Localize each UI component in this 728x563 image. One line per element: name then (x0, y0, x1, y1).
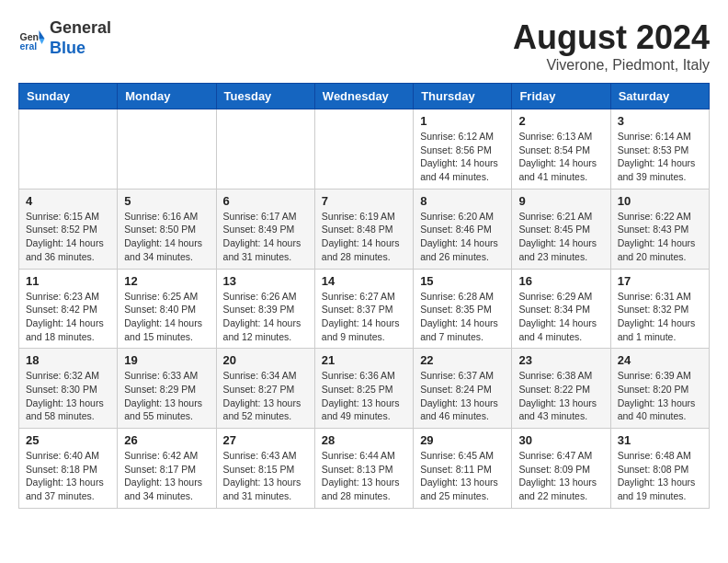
day-info: Sunrise: 6:34 AM Sunset: 8:27 PM Dayligh… (223, 369, 308, 423)
day-number: 27 (223, 433, 308, 447)
calendar-cell (19, 109, 118, 190)
calendar-cell: 9Sunrise: 6:21 AM Sunset: 8:45 PM Daylig… (512, 189, 610, 269)
day-number: 17 (618, 274, 702, 288)
day-number: 3 (618, 114, 702, 128)
day-number: 9 (518, 194, 603, 208)
day-number: 26 (124, 433, 209, 447)
day-info: Sunrise: 6:44 AM Sunset: 8:13 PM Dayligh… (322, 449, 406, 503)
day-info: Sunrise: 6:31 AM Sunset: 8:32 PM Dayligh… (618, 290, 702, 344)
logo-icon: Gen eral (18, 25, 46, 52)
calendar-cell (216, 109, 314, 190)
day-number: 6 (223, 194, 308, 208)
page-header: Gen eral General Blue August 2024 Vivero… (18, 18, 710, 74)
day-number: 5 (124, 194, 209, 208)
calendar-cell: 16Sunrise: 6:29 AM Sunset: 8:34 PM Dayli… (512, 269, 610, 349)
day-info: Sunrise: 6:43 AM Sunset: 8:15 PM Dayligh… (223, 449, 308, 503)
calendar-week-row: 4Sunrise: 6:15 AM Sunset: 8:52 PM Daylig… (19, 189, 710, 269)
svg-marker-2 (40, 30, 45, 39)
day-number: 28 (322, 433, 406, 447)
calendar-cell: 6Sunrise: 6:17 AM Sunset: 8:49 PM Daylig… (216, 189, 314, 269)
weekday-header: Saturday (610, 84, 709, 109)
day-number: 21 (322, 353, 406, 367)
calendar-cell: 15Sunrise: 6:28 AM Sunset: 8:35 PM Dayli… (414, 269, 512, 349)
day-info: Sunrise: 6:36 AM Sunset: 8:25 PM Dayligh… (322, 369, 406, 423)
calendar-cell: 8Sunrise: 6:20 AM Sunset: 8:46 PM Daylig… (414, 189, 512, 269)
calendar-cell: 10Sunrise: 6:22 AM Sunset: 8:43 PM Dayli… (610, 189, 709, 269)
title-block: August 2024 Viverone, Piedmont, Italy (513, 18, 710, 74)
day-info: Sunrise: 6:21 AM Sunset: 8:45 PM Dayligh… (518, 210, 603, 264)
calendar-body: 1Sunrise: 6:12 AM Sunset: 8:56 PM Daylig… (19, 109, 710, 509)
calendar-cell: 3Sunrise: 6:14 AM Sunset: 8:53 PM Daylig… (610, 109, 709, 190)
day-info: Sunrise: 6:32 AM Sunset: 8:30 PM Dayligh… (26, 369, 110, 423)
day-number: 1 (420, 114, 505, 128)
calendar-cell: 23Sunrise: 6:38 AM Sunset: 8:22 PM Dayli… (512, 349, 610, 429)
day-number: 18 (26, 353, 110, 367)
day-number: 20 (223, 353, 308, 367)
calendar-cell: 29Sunrise: 6:45 AM Sunset: 8:11 PM Dayli… (414, 429, 512, 509)
calendar-table: SundayMondayTuesdayWednesdayThursdayFrid… (18, 83, 710, 509)
day-info: Sunrise: 6:37 AM Sunset: 8:24 PM Dayligh… (420, 369, 505, 423)
weekday-row: SundayMondayTuesdayWednesdayThursdayFrid… (19, 84, 710, 109)
weekday-header: Sunday (19, 84, 118, 109)
day-number: 14 (322, 274, 406, 288)
calendar-cell: 28Sunrise: 6:44 AM Sunset: 8:13 PM Dayli… (314, 429, 413, 509)
calendar-cell: 24Sunrise: 6:39 AM Sunset: 8:20 PM Dayli… (610, 349, 709, 429)
calendar-cell: 13Sunrise: 6:26 AM Sunset: 8:39 PM Dayli… (216, 269, 314, 349)
day-number: 24 (618, 353, 702, 367)
day-info: Sunrise: 6:33 AM Sunset: 8:29 PM Dayligh… (124, 369, 209, 423)
logo: Gen eral General Blue (18, 18, 111, 58)
day-number: 25 (26, 433, 110, 447)
month-title: August 2024 (513, 18, 710, 57)
day-info: Sunrise: 6:45 AM Sunset: 8:11 PM Dayligh… (420, 449, 505, 503)
day-number: 23 (518, 353, 603, 367)
day-number: 12 (124, 274, 209, 288)
day-number: 30 (518, 433, 603, 447)
calendar-week-row: 25Sunrise: 6:40 AM Sunset: 8:18 PM Dayli… (19, 429, 710, 509)
weekday-header: Friday (512, 84, 610, 109)
day-number: 2 (518, 114, 603, 128)
calendar-cell: 5Sunrise: 6:16 AM Sunset: 8:50 PM Daylig… (118, 189, 216, 269)
calendar-cell: 4Sunrise: 6:15 AM Sunset: 8:52 PM Daylig… (19, 189, 118, 269)
calendar-cell (314, 109, 413, 190)
day-number: 22 (420, 353, 505, 367)
day-info: Sunrise: 6:29 AM Sunset: 8:34 PM Dayligh… (518, 290, 603, 344)
day-info: Sunrise: 6:40 AM Sunset: 8:18 PM Dayligh… (26, 449, 110, 503)
day-info: Sunrise: 6:28 AM Sunset: 8:35 PM Dayligh… (420, 290, 505, 344)
calendar-cell: 1Sunrise: 6:12 AM Sunset: 8:56 PM Daylig… (414, 109, 512, 190)
day-info: Sunrise: 6:19 AM Sunset: 8:48 PM Dayligh… (322, 210, 406, 264)
calendar-cell: 18Sunrise: 6:32 AM Sunset: 8:30 PM Dayli… (19, 349, 118, 429)
weekday-header: Thursday (414, 84, 512, 109)
calendar-week-row: 1Sunrise: 6:12 AM Sunset: 8:56 PM Daylig… (19, 109, 710, 190)
calendar-cell: 2Sunrise: 6:13 AM Sunset: 8:54 PM Daylig… (512, 109, 610, 190)
calendar-cell: 19Sunrise: 6:33 AM Sunset: 8:29 PM Dayli… (118, 349, 216, 429)
calendar-cell: 12Sunrise: 6:25 AM Sunset: 8:40 PM Dayli… (118, 269, 216, 349)
day-info: Sunrise: 6:27 AM Sunset: 8:37 PM Dayligh… (322, 290, 406, 344)
calendar-cell: 26Sunrise: 6:42 AM Sunset: 8:17 PM Dayli… (118, 429, 216, 509)
day-number: 4 (26, 194, 110, 208)
svg-text:eral: eral (20, 40, 38, 52)
day-info: Sunrise: 6:12 AM Sunset: 8:56 PM Dayligh… (420, 130, 505, 184)
day-number: 11 (26, 274, 110, 288)
day-number: 19 (124, 353, 209, 367)
day-number: 10 (618, 194, 702, 208)
calendar-cell: 11Sunrise: 6:23 AM Sunset: 8:42 PM Dayli… (19, 269, 118, 349)
calendar-cell: 22Sunrise: 6:37 AM Sunset: 8:24 PM Dayli… (414, 349, 512, 429)
day-info: Sunrise: 6:14 AM Sunset: 8:53 PM Dayligh… (618, 130, 702, 184)
calendar-cell (118, 109, 216, 190)
day-info: Sunrise: 6:42 AM Sunset: 8:17 PM Dayligh… (124, 449, 209, 503)
day-info: Sunrise: 6:13 AM Sunset: 8:54 PM Dayligh… (518, 130, 603, 184)
day-info: Sunrise: 6:47 AM Sunset: 8:09 PM Dayligh… (518, 449, 603, 503)
location: Viverone, Piedmont, Italy (513, 57, 710, 74)
day-info: Sunrise: 6:15 AM Sunset: 8:52 PM Dayligh… (26, 210, 110, 264)
calendar-cell: 7Sunrise: 6:19 AM Sunset: 8:48 PM Daylig… (314, 189, 413, 269)
calendar-cell: 31Sunrise: 6:48 AM Sunset: 8:08 PM Dayli… (610, 429, 709, 509)
day-number: 15 (420, 274, 505, 288)
day-number: 16 (518, 274, 603, 288)
calendar-cell: 27Sunrise: 6:43 AM Sunset: 8:15 PM Dayli… (216, 429, 314, 509)
day-number: 7 (322, 194, 406, 208)
day-info: Sunrise: 6:25 AM Sunset: 8:40 PM Dayligh… (124, 290, 209, 344)
weekday-header: Tuesday (216, 84, 314, 109)
calendar-week-row: 11Sunrise: 6:23 AM Sunset: 8:42 PM Dayli… (19, 269, 710, 349)
day-number: 31 (618, 433, 702, 447)
day-info: Sunrise: 6:48 AM Sunset: 8:08 PM Dayligh… (618, 449, 702, 503)
